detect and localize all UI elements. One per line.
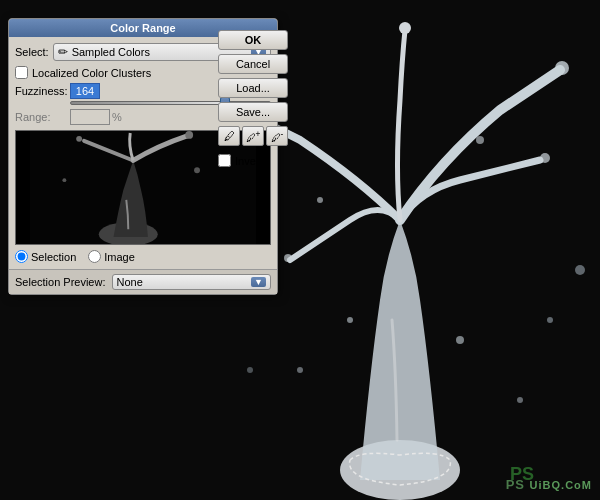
selection-radio[interactable] — [15, 250, 28, 263]
svg-point-14 — [247, 367, 253, 373]
watermark-text: PS — [506, 477, 525, 492]
eyedropper-icon: 🖊 — [224, 130, 235, 142]
load-button[interactable]: Load... — [218, 78, 288, 98]
fuzziness-label: Fuzziness: — [15, 85, 70, 97]
svg-point-20 — [76, 136, 82, 142]
eyedropper-minus-button[interactable]: 🖊- — [266, 126, 288, 146]
invert-row: Invert — [218, 154, 288, 167]
eyedropper-minus-icon: 🖊- — [271, 129, 284, 143]
image-radio-label[interactable]: Image — [88, 250, 135, 263]
svg-point-13 — [575, 265, 585, 275]
preview-value: None — [117, 276, 252, 288]
localized-clusters-label: Localized Color Clusters — [32, 67, 151, 79]
buttons-panel: OK Cancel Load... Save... 🖊 🖊+ 🖊- Invert — [218, 30, 288, 167]
svg-point-23 — [194, 167, 200, 173]
ok-button[interactable]: OK — [218, 30, 288, 50]
svg-point-6 — [317, 197, 323, 203]
watermark: PS UiBQ.CoM — [506, 477, 592, 492]
selection-radio-label[interactable]: Selection — [15, 250, 76, 263]
svg-point-21 — [185, 131, 193, 139]
svg-point-22 — [62, 178, 66, 182]
svg-point-11 — [517, 397, 523, 403]
eyedropper-buttons-row: 🖊 🖊+ 🖊- — [218, 126, 288, 146]
eyedropper-plus-icon: 🖊+ — [246, 129, 261, 143]
invert-checkbox[interactable] — [218, 154, 231, 167]
svg-point-3 — [555, 61, 569, 75]
range-input[interactable] — [70, 109, 110, 125]
selection-preview-row: Selection Preview: None ▼ — [9, 269, 277, 294]
select-label: Select: — [15, 46, 49, 58]
invert-label: Invert — [235, 155, 263, 167]
range-label: Range: — [15, 111, 70, 123]
svg-point-16 — [547, 317, 553, 323]
fuzziness-value[interactable]: 164 — [70, 83, 100, 99]
save-button[interactable]: Save... — [218, 102, 288, 122]
svg-point-7 — [476, 136, 484, 144]
cancel-button[interactable]: Cancel — [218, 54, 288, 74]
watermark-site: UiBQ.CoM — [530, 479, 592, 491]
preview-arrow-icon: ▼ — [251, 277, 266, 287]
eyedropper-button[interactable]: 🖊 — [218, 126, 240, 146]
svg-point-10 — [297, 367, 303, 373]
selection-preview-dropdown[interactable]: None ▼ — [112, 274, 272, 290]
svg-point-4 — [284, 254, 292, 262]
svg-point-1 — [399, 22, 411, 34]
selection-image-radio-row: Selection Image — [15, 250, 271, 263]
svg-point-9 — [456, 336, 464, 344]
eyedropper-icon: ✏ — [58, 45, 68, 59]
selection-preview-label: Selection Preview: — [15, 276, 106, 288]
svg-point-8 — [347, 317, 353, 323]
image-radio[interactable] — [88, 250, 101, 263]
localized-clusters-checkbox[interactable] — [15, 66, 28, 79]
dialog-title: Color Range — [110, 22, 175, 34]
eyedropper-plus-button[interactable]: 🖊+ — [242, 126, 264, 146]
range-percent: % — [112, 111, 122, 123]
svg-point-5 — [540, 153, 550, 163]
